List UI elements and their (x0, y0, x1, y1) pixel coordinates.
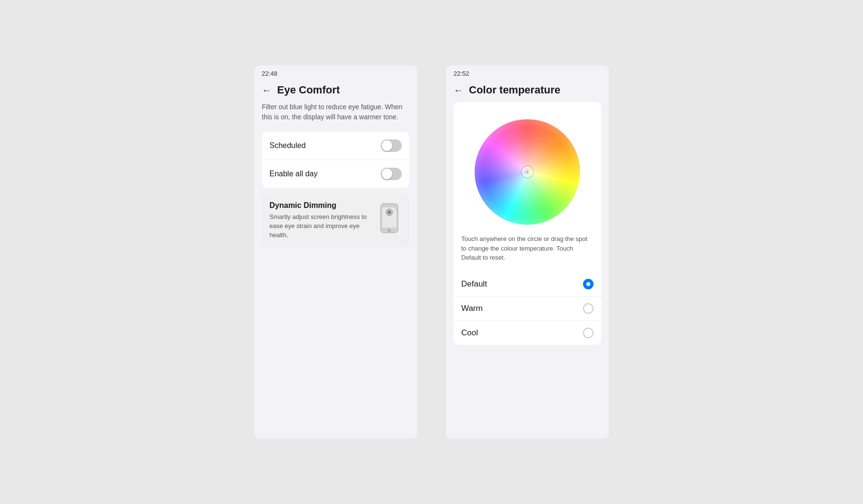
dimming-description: Smartly adjust screen brightness to ease… (269, 213, 371, 240)
scheduled-toggle[interactable] (381, 139, 402, 152)
page-content-right: Touch anywhere on the circle or drag the… (446, 102, 609, 439)
color-wheel-wrapper[interactable] (454, 102, 601, 234)
phone-icon (379, 203, 400, 234)
page-content-left: Filter out blue light to reduce eye fati… (254, 102, 417, 439)
page-header-right: ← Color temperature (446, 80, 609, 102)
eye-comfort-description: Filter out blue light to reduce eye fati… (262, 102, 409, 122)
color-wheel-cursor[interactable] (522, 167, 533, 177)
page-title-left: Eye Comfort (277, 84, 340, 96)
svg-point-4 (388, 211, 391, 214)
dimming-title: Dynamic Dimming (269, 201, 371, 210)
enable-all-day-toggle[interactable] (381, 168, 402, 180)
back-button-right[interactable]: ← (454, 85, 463, 96)
page-header-left: ← Eye Comfort (254, 80, 417, 102)
enable-all-day-row: Enable all day (262, 160, 409, 188)
color-wheel[interactable] (475, 119, 580, 225)
option-default-radio[interactable] (583, 279, 594, 289)
enable-all-day-toggle-knob (382, 169, 392, 179)
enable-all-day-label: Enable all day (269, 170, 318, 178)
eye-comfort-panel: 22:48 ← Eye Comfort Filter out blue ligh… (254, 65, 417, 439)
option-cool-label: Cool (461, 328, 478, 338)
svg-point-2 (388, 229, 391, 232)
back-button-left[interactable]: ← (262, 85, 271, 96)
option-warm-label: Warm (461, 304, 483, 313)
time-left: 22:48 (262, 70, 278, 77)
settings-card: Scheduled Enable all day (262, 132, 409, 188)
option-default-label: Default (461, 279, 487, 289)
page-title-right: Color temperature (469, 84, 560, 96)
option-cool-radio[interactable] (583, 328, 594, 338)
status-bar-right: 22:52 (446, 65, 609, 80)
option-cool-row[interactable]: Cool (454, 321, 601, 345)
option-default-row[interactable]: Default (454, 272, 601, 297)
time-right: 22:52 (454, 70, 469, 77)
dimming-text-block: Dynamic Dimming Smartly adjust screen br… (269, 201, 371, 240)
option-warm-radio[interactable] (583, 303, 594, 314)
scheduled-label: Scheduled (269, 141, 306, 150)
status-bar-left: 22:48 (254, 65, 417, 80)
dynamic-dimming-card[interactable]: Dynamic Dimming Smartly adjust screen br… (262, 194, 409, 248)
dimming-phone-icon (377, 201, 402, 235)
color-temp-panel: 22:52 ← Color temperature Touch anywhere… (446, 65, 609, 439)
color-temp-card: Touch anywhere on the circle or drag the… (454, 102, 601, 345)
wheel-hint: Touch anywhere on the circle or drag the… (461, 234, 594, 263)
scheduled-row: Scheduled (262, 132, 409, 160)
option-warm-row[interactable]: Warm (454, 297, 601, 321)
scheduled-toggle-knob (382, 140, 392, 151)
